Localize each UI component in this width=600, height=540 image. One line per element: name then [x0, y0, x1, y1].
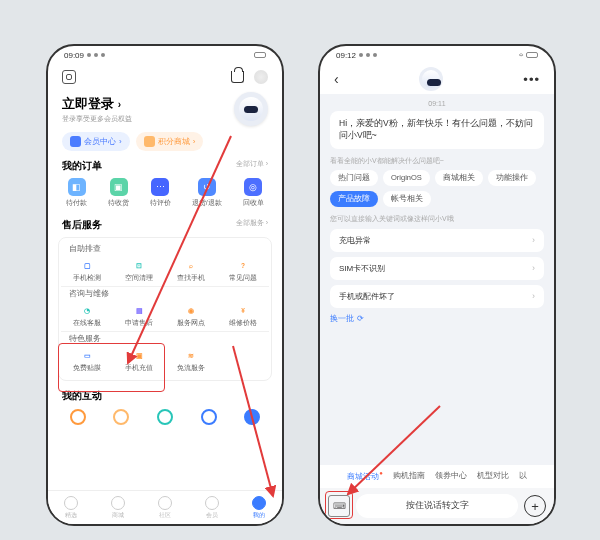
svc-phone-check[interactable]: ▢手机检测: [61, 257, 113, 286]
avatar[interactable]: [234, 92, 268, 126]
refund-icon: ↺: [198, 178, 216, 196]
status-time: 09:09: [64, 51, 84, 60]
chip-originos[interactable]: OriginOS: [383, 170, 430, 186]
headset-icon: ◔: [80, 303, 95, 318]
chat-timestamp: 09:11: [330, 98, 544, 111]
question-sim[interactable]: SIM卡不识别›: [330, 257, 544, 280]
pill-label: 会员中心: [84, 136, 116, 147]
order-pending-receive[interactable]: ▣待收货: [108, 178, 129, 208]
tag-buy-guide[interactable]: 购机指南: [393, 470, 425, 482]
keyboard-icon: ⌨: [333, 501, 346, 511]
status-bar: 09:12 ⌔: [320, 46, 554, 64]
tab-mine[interactable]: 我的: [252, 496, 266, 520]
svc-topup[interactable]: ▣手机充值: [113, 347, 165, 376]
chip-function[interactable]: 功能操作: [488, 170, 536, 186]
interact-item[interactable]: [70, 409, 86, 425]
settings-icon[interactable]: [62, 70, 76, 84]
interact-item[interactable]: [244, 409, 260, 425]
greeting-bubble: Hi，亲爱的V粉，新年快乐！有什么问题，不妨问问小V吧~: [330, 111, 544, 149]
tab-featured[interactable]: 精选: [64, 496, 78, 520]
add-button[interactable]: +: [524, 495, 546, 517]
phone-right: 09:12 ⌔ ‹ ••• 09:11 Hi，亲爱的V粉，新年快乐！有什么问题，…: [318, 44, 556, 526]
theme-icon[interactable]: [254, 70, 268, 84]
coin-icon: [144, 136, 155, 147]
svc-free-film[interactable]: ▭免费贴膜: [61, 347, 113, 376]
tag-more[interactable]: 以: [519, 470, 527, 482]
keyboard-toggle[interactable]: ⌨: [328, 495, 350, 517]
bag-icon: [111, 496, 125, 510]
chevron-right-icon: ›: [532, 263, 535, 273]
order-pending-review[interactable]: ⋯待评价: [150, 178, 171, 208]
input-bar: ⌨ 按住说话转文字 +: [320, 488, 554, 524]
battery-icon: [526, 52, 538, 58]
voice-input[interactable]: 按住说话转文字: [356, 494, 518, 518]
chevron-right-icon: ›: [532, 235, 535, 245]
tab-member[interactable]: 会员: [205, 496, 219, 520]
tag-compare[interactable]: 机型对比: [477, 470, 509, 482]
svc-service-point[interactable]: ◉服务网点: [165, 302, 217, 331]
chip-mall[interactable]: 商城相关: [435, 170, 483, 186]
more-button[interactable]: •••: [523, 72, 540, 87]
order-pending-pay[interactable]: ◧待付款: [66, 178, 87, 208]
service-box: 自助排查 ▢手机检测 ⊡空间清理 ⌕查找手机 ?常见问题 咨询与维修 ◔在线客服…: [58, 237, 272, 381]
orders-title: 我的订单: [62, 159, 102, 173]
interact-title: 我的互动: [62, 389, 102, 403]
recycle-icon: ◎: [244, 178, 262, 196]
form-icon: ▤: [132, 303, 147, 318]
question-charging[interactable]: 充电异常›: [330, 229, 544, 252]
svc-online-support[interactable]: ◔在线客服: [61, 302, 113, 331]
svc-group-title: 自助排查: [61, 242, 269, 257]
order-recycle[interactable]: ◎回收单: [243, 178, 264, 208]
plus-icon: +: [531, 499, 539, 514]
svc-clean[interactable]: ⊡空间清理: [113, 257, 165, 286]
price-icon: ¥: [236, 303, 251, 318]
phone-left: 09:09 立即登录 › 登录享受更多会员权益 会员中心› 积分商城› 我的订单…: [46, 44, 284, 526]
svc-group-title: 特色服务: [61, 332, 269, 347]
svc-repair-price[interactable]: ¥维修价格: [217, 302, 269, 331]
tag-row: 商城活动● 购机指南 领券中心 机型对比 以: [320, 470, 554, 488]
service-more[interactable]: 全部服务 ›: [236, 218, 268, 232]
interact-item[interactable]: [157, 409, 173, 425]
cart-icon[interactable]: [231, 71, 244, 83]
orders-more[interactable]: 全部订单 ›: [236, 159, 268, 173]
service-title: 售后服务: [62, 218, 102, 232]
chip-hot[interactable]: 热门问题: [330, 170, 378, 186]
pill-points-mall[interactable]: 积分商城›: [136, 132, 204, 151]
hint-text: 您可以直接输入关键词或像这样问小V哦: [330, 214, 544, 224]
svc-apply-service[interactable]: ▤申请售后: [113, 302, 165, 331]
login-subtitle: 登录享受更多会员权益: [62, 114, 132, 124]
film-icon: ▭: [80, 348, 95, 363]
chat-icon: ⋯: [151, 178, 169, 196]
status-time: 09:12: [336, 51, 356, 60]
wifi-icon: ⌔: [519, 52, 523, 59]
refresh-suggestions[interactable]: 换一批⟳: [330, 314, 544, 324]
robot-icon: [239, 97, 263, 121]
login-block[interactable]: 立即登录 › 登录享受更多会员权益: [62, 95, 132, 124]
interact-item[interactable]: [113, 409, 129, 425]
svc-faq[interactable]: ?常见问题: [217, 257, 269, 286]
chip-account[interactable]: 帐号相关: [383, 191, 431, 207]
shield-icon: [70, 136, 81, 147]
tabbar: 精选 商城 社区 会员 我的: [48, 490, 282, 524]
back-button[interactable]: ‹: [334, 71, 339, 87]
heart-icon: [64, 496, 78, 510]
question-broken[interactable]: 手机或配件坏了›: [330, 285, 544, 308]
svc-free-data[interactable]: ≋免流服务: [165, 347, 217, 376]
user-icon: [252, 496, 266, 510]
topup-icon: ▣: [132, 348, 147, 363]
chevron-right-icon: ›: [532, 291, 535, 301]
chip-product-fault[interactable]: 产品故障: [330, 191, 378, 207]
tag-mall-activity[interactable]: 商城活动●: [347, 470, 383, 482]
svc-group-title: 咨询与维修: [61, 287, 269, 302]
order-refund[interactable]: ↺退货/退款: [192, 178, 222, 208]
tag-coupon[interactable]: 领券中心: [435, 470, 467, 482]
pill-member-center[interactable]: 会员中心›: [62, 132, 130, 151]
location-icon: ◉: [184, 303, 199, 318]
tab-community[interactable]: 社区: [158, 496, 172, 520]
interact-item[interactable]: [201, 409, 217, 425]
bot-avatar[interactable]: [419, 67, 443, 91]
phone-check-icon: ▢: [80, 258, 95, 273]
svc-find-phone[interactable]: ⌕查找手机: [165, 257, 217, 286]
tab-mall[interactable]: 商城: [111, 496, 125, 520]
search-icon: ⌕: [184, 258, 199, 273]
